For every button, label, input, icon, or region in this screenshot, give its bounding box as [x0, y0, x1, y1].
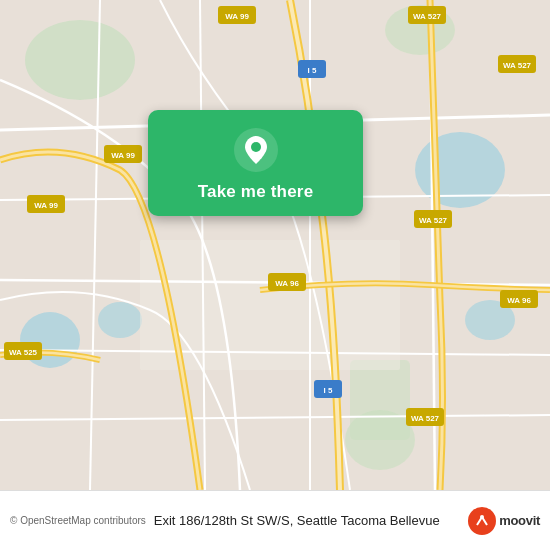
- svg-text:WA 96: WA 96: [507, 296, 531, 305]
- svg-text:I 5: I 5: [308, 66, 317, 75]
- svg-point-5: [98, 302, 142, 338]
- location-card: Take me there: [148, 110, 363, 216]
- svg-text:WA 99: WA 99: [111, 151, 135, 160]
- location-pin-icon: [234, 128, 278, 172]
- location-label: Exit 186/128th St SW/S, Seattle Tacoma B…: [154, 513, 460, 528]
- map-svg: I 5 I 5 WA 527 WA 527 WA 527 WA 527 WA 9…: [0, 0, 550, 490]
- copyright-text: © OpenStreetMap contributors: [10, 515, 146, 526]
- svg-point-8: [345, 410, 415, 470]
- svg-text:WA 527: WA 527: [419, 216, 448, 225]
- take-me-there-button[interactable]: Take me there: [198, 182, 314, 202]
- svg-text:I 5: I 5: [324, 386, 333, 395]
- bottom-bar: © OpenStreetMap contributors Exit 186/12…: [0, 490, 550, 550]
- moovit-text: moovit: [499, 513, 540, 528]
- svg-text:WA 527: WA 527: [411, 414, 440, 423]
- svg-text:WA 527: WA 527: [413, 12, 442, 21]
- moovit-logo: moovit: [468, 507, 540, 535]
- svg-text:WA 527: WA 527: [503, 61, 532, 70]
- svg-text:WA 96: WA 96: [275, 279, 299, 288]
- svg-text:WA 525: WA 525: [9, 348, 38, 357]
- svg-point-45: [480, 515, 484, 519]
- map-container: I 5 I 5 WA 527 WA 527 WA 527 WA 527 WA 9…: [0, 0, 550, 490]
- svg-text:WA 99: WA 99: [225, 12, 249, 21]
- svg-text:WA 99: WA 99: [34, 201, 58, 210]
- svg-point-44: [251, 142, 261, 152]
- moovit-icon: [468, 507, 496, 535]
- svg-point-1: [25, 20, 135, 100]
